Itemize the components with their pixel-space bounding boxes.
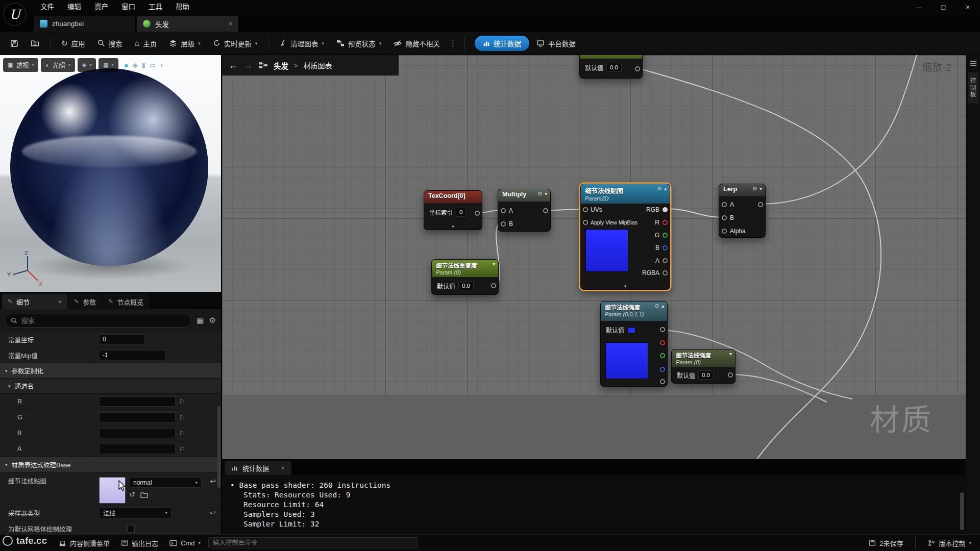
output-pin[interactable] (728, 372, 733, 378)
unreal-logo-icon[interactable]: U (4, 3, 26, 26)
perspective-dropdown[interactable]: ▣ 透视 ▾ (3, 58, 38, 72)
settings-gear-icon[interactable]: ⚙ (209, 316, 216, 325)
channel-r-input[interactable] (99, 396, 176, 407)
display-filter-icon[interactable]: ▦ (197, 316, 204, 325)
section-texture-base[interactable]: ▾ 材质表达式纹理Base (0, 457, 221, 472)
details-search[interactable] (5, 314, 191, 328)
browse-asset-button[interactable] (26, 36, 44, 51)
maximize-button[interactable]: □ (931, 0, 955, 14)
output-pin-rgb[interactable] (663, 207, 668, 212)
output-pin[interactable] (543, 208, 548, 213)
output-pin[interactable] (635, 66, 640, 71)
node-preview-toggle-icon[interactable]: ⊙ (538, 191, 542, 196)
tab-zhuangbei[interactable]: zhuangbei (34, 16, 136, 32)
chevron-down-icon[interactable]: ▾ (493, 261, 495, 267)
collapse-chevron-icon[interactable]: ▾ (452, 224, 454, 229)
menu-file[interactable]: 文件 (34, 0, 61, 14)
menu-tools[interactable]: 工具 (142, 0, 169, 14)
color-swatch[interactable] (627, 327, 635, 333)
node-detail-normal-repeat[interactable]: 细节法线重复度 Param (0) ▾ 默认值 0.0 (431, 259, 499, 295)
save-all-button[interactable]: 2未保存 (865, 538, 906, 548)
minimize-button[interactable]: – (906, 0, 931, 14)
breadcrumb-asset[interactable]: 头发 (274, 60, 288, 71)
section-channel-names[interactable]: ▾ 通道名 (0, 379, 221, 394)
close-button[interactable]: × (955, 0, 980, 14)
close-icon[interactable]: × (51, 298, 62, 306)
texture-asset-dropdown[interactable]: normal ▾ (129, 477, 202, 488)
platform-stats-button[interactable]: 平台数据 (531, 35, 581, 52)
node-detail-normal-strength-scalar[interactable]: 细节法线强度 Param (0) ▾ 默认值 0.0 (671, 349, 736, 384)
menu-edit[interactable]: 编辑 (61, 0, 88, 14)
material-graph-canvas[interactable]: 材质 Param (0) 默认值 0.0 TexCoord[0] 坐标索引 0 … (222, 55, 966, 459)
flag-icon[interactable]: ⚐ (179, 414, 185, 421)
node-preview-toggle-icon[interactable]: ⊙ (753, 186, 757, 191)
menu-asset[interactable]: 资产 (88, 0, 115, 14)
node-detail-normal-texture[interactable]: 细节法线贴图 Param2D ⊙▴ UVs Apply View MipBias… (580, 184, 670, 290)
clean-graph-dropdown-button[interactable]: 清理图表 ▾ (274, 35, 329, 52)
output-pin-g[interactable] (660, 353, 665, 358)
input-pin-mipbias[interactable] (583, 220, 588, 225)
coord-index-value[interactable]: 0 (456, 208, 466, 217)
output-pin-r[interactable] (660, 340, 665, 345)
details-scrollbar[interactable] (217, 406, 220, 488)
sampler-type-dropdown[interactable]: 法线 ▾ (99, 508, 172, 518)
node-detail-normal-strength-vector[interactable]: 细节法线强度 Param (0,0,1,1) ⊙▴ 默认值 (600, 301, 668, 387)
output-pin-b[interactable] (663, 245, 668, 251)
const-mip-input[interactable] (99, 350, 165, 360)
chevron-down-icon[interactable]: ▾ (545, 191, 547, 196)
hide-unrelated-button[interactable]: 隐藏不相关 (388, 35, 445, 52)
save-button[interactable] (5, 36, 23, 51)
diamond-shape-button[interactable]: ◆ (133, 61, 138, 69)
output-pin[interactable] (758, 202, 763, 207)
checkbox[interactable] (127, 525, 135, 533)
output-pin[interactable] (475, 211, 480, 216)
preview-state-dropdown-button[interactable]: 预览状态 ▾ (331, 35, 387, 52)
flag-icon[interactable]: ⚐ (179, 430, 185, 437)
menu-window[interactable]: 窗口 (115, 0, 142, 14)
node-lerp[interactable]: Lerp ⊙▾ A B Alpha (719, 184, 766, 238)
preview-viewport[interactable]: ▣ 透视 ▾ ◐ 光照 ▾ ◈ ▾ ▦ ▾ ● ◆ ▮ ▭ ◗ Z Y X (0, 55, 222, 292)
channel-b-input[interactable] (99, 428, 176, 438)
chevron-up-icon[interactable]: ▴ (664, 186, 667, 191)
cylinder-shape-button[interactable]: ▮ (142, 61, 145, 69)
input-pin-a[interactable] (722, 202, 727, 207)
output-pin-r[interactable] (663, 220, 668, 225)
show-flags-dropdown[interactable]: ◈ ▾ (78, 58, 96, 72)
breadcrumb-graph[interactable]: 材质图表 (304, 60, 332, 70)
output-pin-a[interactable] (663, 258, 668, 263)
default-value-box[interactable]: 0.0 (606, 63, 622, 72)
input-pin-alpha[interactable] (722, 229, 727, 234)
output-pin[interactable] (491, 283, 496, 288)
tab-details[interactable]: ✎ 细节 × (2, 294, 67, 309)
back-button[interactable]: ← (229, 60, 238, 71)
teapot-shape-button[interactable]: ◗ (160, 61, 164, 69)
more-options-icon[interactable]: ⋮ (447, 39, 459, 48)
channel-a-input[interactable] (99, 444, 176, 454)
cmd-dropdown[interactable]: Cmd ▾ (166, 539, 204, 547)
browse-to-asset-icon[interactable] (140, 491, 148, 498)
stats-toggle-button[interactable]: 统计数据 (475, 36, 529, 51)
input-pin-b[interactable] (722, 215, 727, 220)
output-log-button[interactable]: 输出日志 (117, 538, 162, 548)
default-value-box[interactable]: 0.0 (698, 370, 714, 380)
console-command-input[interactable] (208, 537, 418, 548)
content-drawer-button[interactable]: 内容侧滑菜单 (55, 538, 113, 548)
section-param-customization[interactable]: ▾ 参数定制化 (0, 363, 221, 379)
chevron-up-icon[interactable]: ▴ (662, 303, 664, 309)
home-button[interactable]: ⌂ 主页 (130, 35, 162, 52)
search-button[interactable]: 搜索 (92, 35, 128, 52)
collapsed-palette-tab[interactable]: 控制板 (968, 72, 978, 104)
chevron-down-icon[interactable]: ▾ (760, 186, 762, 191)
sphere-shape-button[interactable]: ● (124, 61, 129, 69)
input-pin-b[interactable] (501, 221, 506, 227)
plane-shape-button[interactable]: ▭ (150, 61, 156, 69)
const-coord-input[interactable] (99, 334, 145, 344)
menu-help[interactable]: 帮助 (169, 0, 196, 14)
live-update-dropdown-button[interactable]: 实时更新 ▾ (208, 35, 263, 52)
output-pin-g[interactable] (663, 233, 668, 238)
tab-list-icon[interactable] (970, 60, 977, 66)
revision-control-dropdown[interactable]: 版本控制 ▾ (924, 538, 975, 548)
use-selected-icon[interactable]: ↺ (129, 490, 135, 498)
channel-g-input[interactable] (99, 412, 176, 422)
input-pin-uvs[interactable] (583, 207, 588, 212)
